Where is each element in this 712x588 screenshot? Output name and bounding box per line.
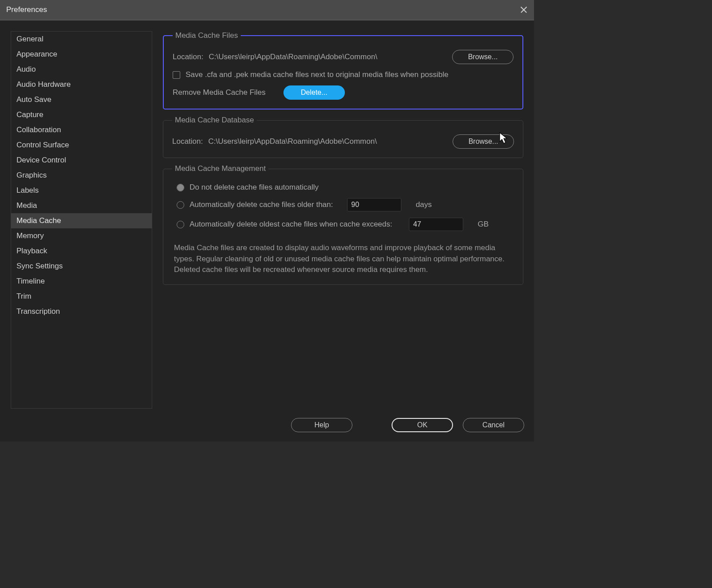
sidebar-item-playback[interactable]: Playback bbox=[11, 243, 152, 259]
sidebar-item-trim[interactable]: Trim bbox=[11, 289, 152, 304]
radio-exceeds-label: Automatically delete oldest cache files … bbox=[190, 220, 392, 229]
location-label: Location: bbox=[173, 53, 203, 61]
radio-do-not-delete-label: Do not delete cache files automatically bbox=[190, 183, 319, 192]
location-label: Location: bbox=[172, 137, 203, 146]
sidebar-item-memory[interactable]: Memory bbox=[11, 228, 152, 243]
sidebar-item-sync-settings[interactable]: Sync Settings bbox=[11, 259, 152, 274]
browse-cache-db-button[interactable]: Browse... bbox=[453, 134, 514, 149]
preferences-sidebar: GeneralAppearanceAudioAudio HardwareAuto… bbox=[11, 31, 152, 409]
days-input[interactable] bbox=[347, 198, 401, 211]
gb-input[interactable] bbox=[409, 218, 463, 231]
sidebar-item-audio-hardware[interactable]: Audio Hardware bbox=[11, 77, 152, 92]
radio-older-than-label: Automatically delete cache files older t… bbox=[190, 200, 333, 209]
delete-cache-files-button[interactable]: Delete... bbox=[283, 85, 345, 100]
preferences-dialog: Preferences GeneralAppearanceAudioAudio … bbox=[0, 0, 534, 442]
section-media-cache-database: Media Cache Database Location: C:\Users\… bbox=[163, 116, 523, 158]
sidebar-item-general[interactable]: General bbox=[11, 32, 152, 47]
section-legend: Media Cache Files bbox=[173, 31, 241, 40]
preferences-main: Media Cache Files Location: C:\Users\lei… bbox=[163, 31, 527, 409]
cache-files-location-path: C:\Users\leirp\AppData\Roaming\Adobe\Com… bbox=[209, 53, 447, 61]
section-media-cache-files: Media Cache Files Location: C:\Users\lei… bbox=[163, 31, 523, 109]
sidebar-item-timeline[interactable]: Timeline bbox=[11, 274, 152, 289]
browse-cache-files-button[interactable]: Browse... bbox=[452, 50, 514, 64]
close-icon[interactable] bbox=[520, 6, 528, 14]
save-cfa-pek-label: Save .cfa and .pek media cache files nex… bbox=[186, 70, 449, 79]
sidebar-item-transcription[interactable]: Transcription bbox=[11, 304, 152, 319]
sidebar-item-capture[interactable]: Capture bbox=[11, 107, 152, 122]
dialog-footer: Help OK Cancel bbox=[0, 409, 534, 442]
section-legend: Media Cache Database bbox=[172, 116, 257, 125]
cache-db-location-path: C:\Users\leirp\AppData\Roaming\Adobe\Com… bbox=[208, 137, 447, 146]
remove-cache-label: Remove Media Cache Files bbox=[173, 88, 266, 97]
save-cfa-pek-checkbox[interactable] bbox=[173, 71, 180, 79]
radio-do-not-delete[interactable] bbox=[177, 184, 184, 191]
gb-unit: GB bbox=[477, 220, 489, 229]
help-button[interactable]: Help bbox=[291, 418, 352, 432]
sidebar-item-device-control[interactable]: Device Control bbox=[11, 153, 152, 168]
sidebar-item-media[interactable]: Media bbox=[11, 198, 152, 213]
sidebar-item-collaboration[interactable]: Collaboration bbox=[11, 122, 152, 138]
section-legend: Media Cache Management bbox=[172, 164, 268, 173]
dialog-title: Preferences bbox=[6, 5, 47, 14]
section-media-cache-management: Media Cache Management Do not delete cac… bbox=[163, 164, 523, 285]
sidebar-item-graphics[interactable]: Graphics bbox=[11, 168, 152, 183]
dialog-body: GeneralAppearanceAudioAudio HardwareAuto… bbox=[0, 20, 534, 409]
sidebar-item-media-cache[interactable]: Media Cache bbox=[11, 213, 152, 228]
radio-exceeds[interactable] bbox=[177, 221, 184, 228]
sidebar-item-control-surface[interactable]: Control Surface bbox=[11, 138, 152, 153]
days-unit: days bbox=[416, 200, 432, 209]
sidebar-item-auto-save[interactable]: Auto Save bbox=[11, 92, 152, 107]
ok-button[interactable]: OK bbox=[392, 418, 453, 432]
sidebar-item-labels[interactable]: Labels bbox=[11, 183, 152, 198]
sidebar-item-audio[interactable]: Audio bbox=[11, 62, 152, 77]
cancel-button[interactable]: Cancel bbox=[463, 418, 524, 432]
sidebar-item-appearance[interactable]: Appearance bbox=[11, 47, 152, 62]
titlebar: Preferences bbox=[0, 0, 534, 20]
radio-older-than[interactable] bbox=[177, 201, 184, 209]
cache-info-text: Media Cache files are created to display… bbox=[172, 243, 514, 276]
